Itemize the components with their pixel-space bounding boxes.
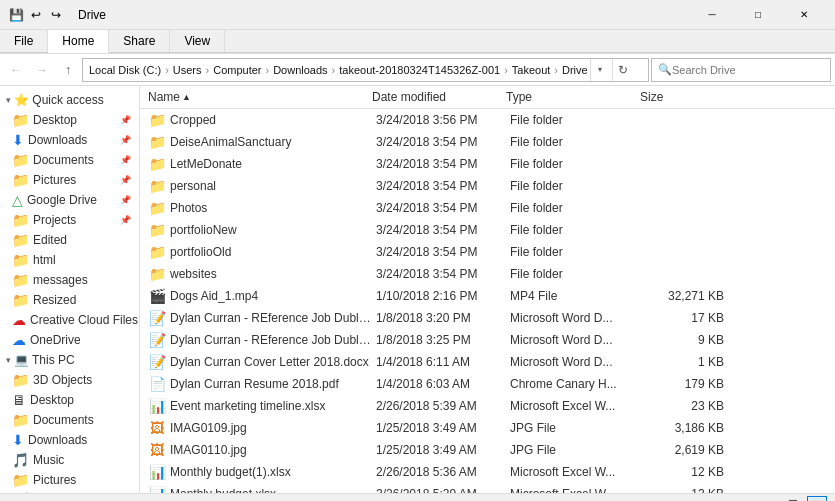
sidebar-label-gdrive: Google Drive	[27, 193, 97, 207]
file-type: File folder	[510, 157, 640, 171]
back-button[interactable]: ←	[4, 58, 28, 82]
tab-share[interactable]: Share	[109, 30, 170, 52]
sidebar-item-music[interactable]: 🎵 Music	[0, 450, 139, 470]
addr-part-1: Users	[173, 64, 202, 76]
sidebar-item-html[interactable]: 📁 html	[0, 250, 139, 270]
table-row[interactable]: 📊 Monthly budget.xlsx 2/26/2018 5:39 AM …	[140, 483, 835, 493]
sidebar-item-projects[interactable]: 📁 Projects 📌	[0, 210, 139, 230]
file-name: Dylan Curran - REference Job Dublin 201.…	[170, 333, 372, 347]
sidebar-item-messages[interactable]: 📁 messages	[0, 270, 139, 290]
file-modified: 3/24/2018 3:56 PM	[376, 113, 506, 127]
addr-part-5: Takeout	[512, 64, 551, 76]
table-row[interactable]: 📁 DeiseAnimalSanctuary 3/24/2018 3:54 PM…	[140, 131, 835, 153]
table-row[interactable]: 📁 portfolioNew 3/24/2018 3:54 PM File fo…	[140, 219, 835, 241]
file-name: Photos	[170, 201, 372, 215]
sidebar-label-messages: messages	[33, 273, 88, 287]
sort-arrow-name: ▲	[182, 92, 191, 102]
this-pc-icon: 💻	[14, 353, 29, 367]
sidebar-label-3dobjects: 3D Objects	[33, 373, 92, 387]
tab-view[interactable]: View	[170, 30, 225, 52]
redo-icon[interactable]: ↪	[48, 7, 64, 23]
address-dropdown[interactable]: ▾	[590, 59, 610, 81]
file-type: Microsoft Excel W...	[510, 399, 640, 413]
forward-button[interactable]: →	[30, 58, 54, 82]
sidebar-item-creative-cloud[interactable]: ☁ Creative Cloud Files	[0, 310, 139, 330]
refresh-button[interactable]: ↻	[612, 59, 634, 81]
table-row[interactable]: 📊 Monthly budget(1).xlsx 2/26/2018 5:36 …	[140, 461, 835, 483]
save-icon[interactable]: 💾	[8, 7, 24, 23]
titlebar-controls: ─ □ ✕	[689, 0, 827, 30]
tab-file[interactable]: File	[0, 30, 48, 52]
minimize-button[interactable]: ─	[689, 0, 735, 30]
this-pc-header[interactable]: ▾ 💻 This PC	[0, 350, 139, 370]
table-row[interactable]: 📁 websites 3/24/2018 3:54 PM File folder	[140, 263, 835, 285]
file-modified: 1/8/2018 3:25 PM	[376, 333, 506, 347]
col-header-modified[interactable]: Date modified	[372, 90, 502, 104]
table-row[interactable]: 📁 Cropped 3/24/2018 3:56 PM File folder	[140, 109, 835, 131]
file-name: portfolioOld	[170, 245, 372, 259]
sidebar-item-gdrive[interactable]: △ Google Drive 📌	[0, 190, 139, 210]
sidebar-label-pc-documents: Documents	[33, 413, 94, 427]
sidebar-item-edited[interactable]: 📁 Edited	[0, 230, 139, 250]
this-pc-chevron: ▾	[6, 355, 11, 365]
file-modified: 3/24/2018 3:54 PM	[376, 179, 506, 193]
details-view-button[interactable]: ☰	[783, 496, 803, 502]
sidebar-item-onedrive[interactable]: ☁ OneDrive	[0, 330, 139, 350]
column-headers: Name ▲ Date modified Type Size	[140, 86, 835, 109]
file-modified: 1/25/2018 3:49 AM	[376, 421, 506, 435]
sidebar-item-videos[interactable]: 🎬 Videos	[0, 490, 139, 493]
close-button[interactable]: ✕	[781, 0, 827, 30]
sidebar-label-resized: Resized	[33, 293, 76, 307]
sidebar-item-pc-downloads[interactable]: ⬇ Downloads	[0, 430, 139, 450]
downloads-icon: ⬇	[12, 132, 24, 148]
sidebar-label-creative-cloud: Creative Cloud Files	[30, 313, 138, 327]
table-row[interactable]: 📊 Event marketing timeline.xlsx 2/26/201…	[140, 395, 835, 417]
search-input[interactable]	[672, 64, 824, 76]
sidebar-item-desktop[interactable]: 📁 Desktop 📌	[0, 110, 139, 130]
table-row[interactable]: 📝 Dylan Curran - REference Job Dublin 20…	[140, 329, 835, 351]
table-row[interactable]: 📝 Dylan Curran Cover Letter 2018.docx 1/…	[140, 351, 835, 373]
file-size: 17 KB	[644, 311, 724, 325]
sidebar-item-documents[interactable]: 📁 Documents 📌	[0, 150, 139, 170]
desktop-icon: 📁	[12, 112, 29, 128]
col-header-size[interactable]: Size	[640, 90, 720, 104]
file-size: 32,271 KB	[644, 289, 724, 303]
titlebar-icons: 💾 ↩ ↪	[8, 7, 64, 23]
sidebar-item-pictures[interactable]: 📁 Pictures 📌	[0, 170, 139, 190]
table-row[interactable]: 🎬 Dogs Aid_1.mp4 1/10/2018 2:16 PM MP4 F…	[140, 285, 835, 307]
sidebar-item-pc-desktop[interactable]: 🖥 Desktop	[0, 390, 139, 410]
undo-icon[interactable]: ↩	[28, 7, 44, 23]
sidebar-item-resized[interactable]: 📁 Resized	[0, 290, 139, 310]
file-modified: 3/24/2018 3:54 PM	[376, 201, 506, 215]
search-icon: 🔍	[658, 63, 672, 76]
address-bar[interactable]: Local Disk (C:) › Users › Computer › Dow…	[82, 58, 649, 82]
file-type: File folder	[510, 245, 640, 259]
col-header-type[interactable]: Type	[506, 90, 636, 104]
list-view-button[interactable]: ▤	[807, 496, 827, 502]
search-bar[interactable]: 🔍	[651, 58, 831, 82]
sidebar-item-pc-pictures[interactable]: 📁 Pictures	[0, 470, 139, 490]
table-row[interactable]: 📁 LetMeDonate 3/24/2018 3:54 PM File fol…	[140, 153, 835, 175]
file-type: Microsoft Excel W...	[510, 487, 640, 493]
quick-access-header[interactable]: ▾ ⭐ Quick access	[0, 90, 139, 110]
table-row[interactable]: 📝 Dylan Curran - REference Job Dublin 20…	[140, 307, 835, 329]
sidebar-item-downloads[interactable]: ⬇ Downloads 📌	[0, 130, 139, 150]
file-name: websites	[170, 267, 372, 281]
table-row[interactable]: 📁 portfolioOld 3/24/2018 3:54 PM File fo…	[140, 241, 835, 263]
table-row[interactable]: 📁 personal 3/24/2018 3:54 PM File folder	[140, 175, 835, 197]
gdrive-pin: 📌	[120, 195, 131, 205]
titlebar-title: Drive	[78, 8, 106, 22]
table-row[interactable]: 🖼 IMAG0109.jpg 1/25/2018 3:49 AM JPG Fil…	[140, 417, 835, 439]
maximize-button[interactable]: □	[735, 0, 781, 30]
table-row[interactable]: 🖼 IMAG0110.jpg 1/25/2018 3:49 AM JPG Fil…	[140, 439, 835, 461]
table-row[interactable]: 📄 Dylan Curran Resume 2018.pdf 1/4/2018 …	[140, 373, 835, 395]
tab-home[interactable]: Home	[48, 30, 109, 53]
sidebar-item-3dobjects[interactable]: 📁 3D Objects	[0, 370, 139, 390]
table-row[interactable]: 📁 Photos 3/24/2018 3:54 PM File folder	[140, 197, 835, 219]
up-button[interactable]: ↑	[56, 58, 80, 82]
col-type-label: Type	[506, 90, 532, 104]
file-name: personal	[170, 179, 372, 193]
sidebar-item-pc-documents[interactable]: 📁 Documents	[0, 410, 139, 430]
resized-icon: 📁	[12, 292, 29, 308]
col-header-name[interactable]: Name ▲	[148, 90, 368, 104]
